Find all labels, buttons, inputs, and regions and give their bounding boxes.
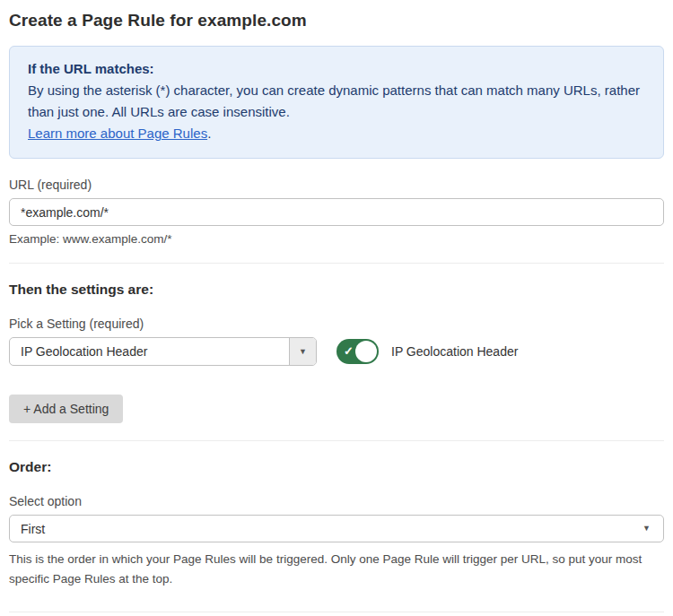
learn-more-link[interactable]: Learn more about Page Rules bbox=[28, 126, 207, 141]
divider bbox=[9, 612, 664, 612]
ip-geolocation-toggle[interactable]: ✓ bbox=[336, 339, 379, 364]
order-select-value: First bbox=[10, 522, 642, 536]
setting-picker-value: IP Geolocation Header bbox=[10, 338, 289, 365]
create-page-rule-form: Create a Page Rule for example.com If th… bbox=[0, 0, 673, 616]
setting-picker-dropdown[interactable]: IP Geolocation Header ▼ bbox=[9, 337, 317, 366]
link-suffix: . bbox=[207, 126, 211, 141]
dropdown-arrow-icon: ▼ bbox=[642, 525, 663, 533]
order-section-heading: Order: bbox=[9, 459, 664, 475]
select-option-label: Select option bbox=[9, 494, 664, 508]
url-input[interactable] bbox=[9, 198, 664, 226]
divider bbox=[9, 263, 664, 264]
page-title: Create a Page Rule for example.com bbox=[9, 11, 664, 30]
pick-setting-label: Pick a Setting (required) bbox=[9, 317, 664, 331]
order-select[interactable]: First ▼ bbox=[9, 515, 664, 542]
divider bbox=[9, 440, 664, 441]
info-box-link-line: Learn more about Page Rules. bbox=[28, 123, 645, 144]
info-box-body: By using the asterisk (*) character, you… bbox=[28, 80, 645, 123]
url-field-label: URL (required) bbox=[9, 178, 664, 192]
settings-section-heading: Then the settings are: bbox=[9, 282, 664, 298]
url-field-hint: Example: www.example.com/* bbox=[9, 232, 664, 246]
info-box-heading: If the URL matches: bbox=[28, 58, 645, 80]
setting-row: IP Geolocation Header ▼ ✓ IP Geolocation… bbox=[9, 337, 664, 366]
add-setting-button[interactable]: + Add a Setting bbox=[9, 395, 123, 423]
checkmark-icon: ✓ bbox=[344, 344, 354, 358]
toggle-knob bbox=[355, 341, 377, 362]
dropdown-arrow-icon: ▼ bbox=[299, 348, 307, 356]
toggle-label: IP Geolocation Header bbox=[391, 344, 518, 359]
order-help-text: This is the order in which your Page Rul… bbox=[9, 550, 660, 589]
url-match-info-box: If the URL matches: By using the asteris… bbox=[9, 46, 664, 159]
setting-picker-arrow-button[interactable]: ▼ bbox=[289, 338, 316, 365]
